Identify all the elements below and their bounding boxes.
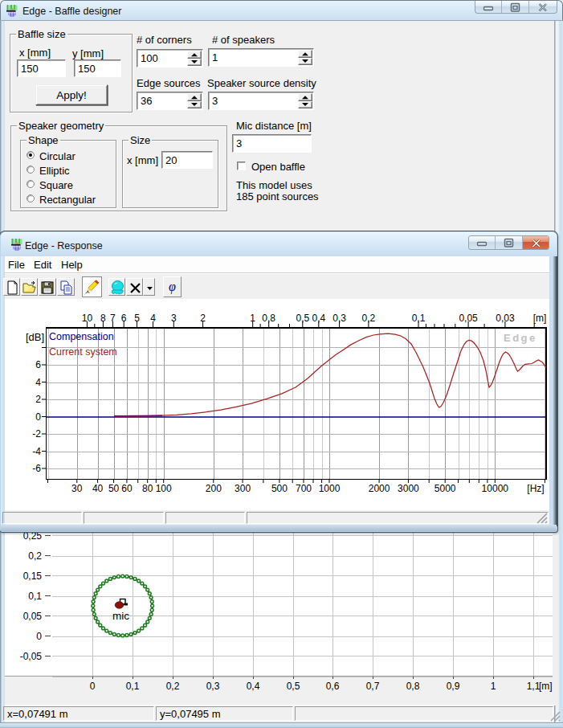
svg-text:0,2: 0,2 [362,313,376,324]
svg-text:φ: φ [169,280,176,294]
svg-text:Current system: Current system [49,346,117,358]
svg-text:0,8: 0,8 [406,681,420,692]
svg-text:100: 100 [156,483,172,494]
svg-text:3: 3 [171,313,177,324]
svg-text:1: 1 [491,681,496,692]
svg-text:3000: 3000 [398,483,419,494]
svg-text:0,7: 0,7 [366,681,380,692]
svg-text:0,15: 0,15 [23,571,43,582]
svg-text:0,2: 0,2 [28,550,42,562]
svg-text:0,1: 0,1 [126,681,140,692]
svg-text:-2: -2 [32,428,41,440]
svg-text:200: 200 [206,483,222,494]
svg-text:[dB]: [dB] [26,331,44,343]
svg-text:40: 40 [92,483,104,494]
svg-text:0,5: 0,5 [287,681,300,692]
svg-text:[Hz]: [Hz] [527,483,544,494]
svg-text:0,1: 0,1 [412,313,426,324]
svg-text:0: 0 [35,411,41,423]
svg-text:mic: mic [112,610,129,622]
svg-text:80: 80 [142,483,153,494]
svg-text:700: 700 [296,483,312,494]
svg-text:Edge: Edge [504,332,537,344]
svg-text:10000: 10000 [482,483,509,494]
svg-text:500: 500 [271,483,288,494]
svg-text:30: 30 [71,483,83,494]
svg-text:1000: 1000 [319,483,341,494]
svg-text:0,4: 0,4 [247,681,260,692]
svg-text:1: 1 [250,313,255,324]
svg-text:60: 60 [121,483,133,494]
svg-text:4: 4 [35,377,41,388]
svg-text:Compensation: Compensation [49,331,114,342]
svg-text:10: 10 [82,313,93,324]
svg-text:0: 0 [90,681,96,692]
svg-text:4: 4 [150,313,156,324]
svg-text:5: 5 [134,313,140,324]
svg-text:2000: 2000 [369,483,390,494]
svg-text:0,3: 0,3 [206,681,220,692]
svg-text:[m]: [m] [539,681,553,692]
svg-text:6: 6 [121,313,127,324]
svg-text:0,4: 0,4 [312,313,325,324]
svg-text:5000: 5000 [434,483,456,494]
svg-text:0,8: 0,8 [262,313,275,324]
svg-text:8: 8 [100,313,106,324]
svg-text:7: 7 [110,313,116,324]
svg-text:0,6: 0,6 [326,681,340,692]
svg-text:0,03: 0,03 [496,313,515,324]
svg-text:300: 300 [235,483,251,494]
svg-text:6: 6 [35,359,41,370]
svg-text:50: 50 [108,483,120,494]
svg-text:-4: -4 [32,446,41,457]
svg-text:-0,05: -0,05 [20,651,43,662]
svg-text:0,5: 0,5 [296,313,309,324]
svg-text:2: 2 [200,313,206,324]
svg-text:0,1: 0,1 [28,591,42,602]
svg-text:-6: -6 [32,463,41,474]
svg-text:2: 2 [35,394,41,405]
svg-text:0,9: 0,9 [447,681,460,692]
svg-text:[m]: [m] [533,313,547,324]
svg-text:0,05: 0,05 [459,313,478,324]
svg-text:0,3: 0,3 [332,313,346,324]
svg-text:0: 0 [36,631,42,642]
svg-text:0,05: 0,05 [23,611,43,622]
svg-text:0,25: 0,25 [23,531,43,542]
svg-text:0,2: 0,2 [166,681,180,692]
